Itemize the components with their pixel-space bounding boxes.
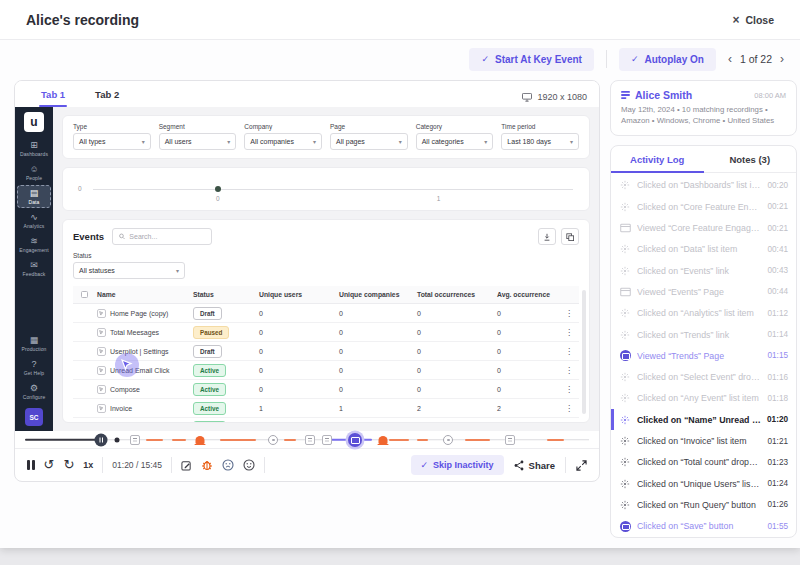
row-menu-button[interactable]: ⋮ (553, 404, 579, 413)
table-row[interactable]: Userpilot | Settings Draft 0 0 0 0 ⋮ (73, 342, 579, 361)
activity-log-item[interactable]: Clicked on “Data” list item 00:41 (611, 239, 796, 260)
status-badge: Draft (193, 307, 222, 320)
activity-log-item[interactable]: Clicked on “Core Feature Engagem... 00:2… (611, 196, 796, 217)
activity-log-item[interactable]: Clicked on “Unique Users” list item 01:2… (611, 473, 796, 494)
status-select[interactable]: All statuses ▾ (73, 262, 185, 279)
timeline-marker[interactable] (305, 435, 315, 445)
forward-button[interactable]: ↻ (63, 459, 74, 471)
row-menu-button[interactable]: ⋮ (553, 366, 579, 375)
row-menu-button[interactable]: ⋮ (553, 328, 579, 337)
sidebar-nav-item[interactable]: ≋ Engagement (17, 233, 51, 256)
sidebar-nav-item[interactable]: ✉ Feedback (17, 257, 51, 280)
sidebar-nav-item[interactable]: ⚙ Configure (17, 380, 51, 403)
timeline-marker[interactable] (348, 433, 362, 447)
activity-icon (619, 435, 631, 447)
events-search[interactable] (112, 228, 212, 245)
table-row[interactable]: Compose Active 0 0 0 0 ⋮ (73, 380, 579, 399)
activity-log-item[interactable]: Clicked on “Total count” dropdown 01:23 (611, 452, 796, 473)
row-menu-button[interactable]: ⋮ (553, 347, 579, 356)
filter-select[interactable]: All pages ▾ (330, 133, 408, 150)
timeline-marker[interactable] (322, 435, 332, 445)
tab-notes[interactable]: Notes (3) (704, 146, 797, 172)
row-menu-button[interactable]: ⋮ (553, 309, 579, 318)
close-label: Close (745, 14, 774, 26)
activity-timestamp: 01:21 (768, 437, 789, 446)
table-row[interactable]: Home Page (copy) Draft 0 0 0 0 ⋮ (73, 304, 579, 323)
activity-timestamp: 00:20 (768, 181, 789, 190)
browser-tab[interactable]: Tab 2 (93, 83, 121, 107)
next-recording-button[interactable]: › (780, 52, 784, 66)
chart-data-point[interactable] (215, 186, 221, 192)
filter-select[interactable]: All categories ▾ (416, 133, 494, 150)
activity-log-item[interactable]: Viewed “Trends” Page 01:15 (611, 345, 796, 366)
sentiment-button[interactable] (243, 459, 255, 471)
prev-recording-button[interactable]: ‹ (728, 52, 732, 66)
activity-log-item[interactable]: Clicked on “Run Query” button 01:26 (611, 494, 796, 515)
share-button[interactable]: Share (514, 460, 555, 471)
status-badge: Active (193, 364, 226, 377)
row-menu-button[interactable]: ⋮ (553, 385, 579, 394)
timeline-marker[interactable] (130, 435, 140, 445)
session-user-name[interactable]: Alice Smith (635, 89, 692, 101)
replay-player: Tab 1 Tab 2 1920 x 1080 u ⊞ Dashboards (14, 80, 600, 482)
filter-select[interactable]: All users ▾ (159, 133, 237, 150)
activity-log-item[interactable]: Clicked on “Save” button 01:55 (611, 516, 796, 537)
table-row[interactable]: Unread Email Click Active 0 0 0 0 ⋮ (73, 361, 579, 380)
replay-timeline[interactable] (15, 431, 599, 448)
sidebar-nav-item[interactable]: ☺ People (17, 161, 51, 184)
activity-log-item[interactable]: Clicked on “Analytics” list item 01:12 (611, 303, 796, 324)
activity-log-item[interactable]: Clicked on “Events” link 00:43 (611, 260, 796, 281)
browser-tab[interactable]: Tab 1 (39, 83, 67, 107)
filter-value: All pages (336, 138, 365, 145)
sidebar-nav-item[interactable]: ∿ Analytics (17, 209, 51, 232)
activity-log-item[interactable]: Clicked on “Invoice” list item 01:21 (611, 430, 796, 451)
sidebar-nav-item[interactable]: ▦ Production (17, 332, 51, 355)
activity-log-item[interactable]: Clicked on “Dashboards” list item 00:20 (611, 175, 796, 196)
table-row[interactable]: Userpilot Knowledge ... Active 0 0 0 0 ⋮ (73, 418, 579, 422)
table-scrollbar[interactable] (582, 290, 586, 414)
download-button[interactable] (538, 228, 556, 245)
activity-log-item[interactable]: Viewed “Events” Page 00:44 (611, 281, 796, 302)
add-note-button[interactable] (181, 460, 192, 471)
sidebar-nav-item[interactable]: ? Get Help (17, 356, 51, 379)
sidebar-nav-item[interactable]: ▤ Data (17, 185, 51, 208)
activity-log-item[interactable]: Clicked on “Trends” link 01:14 (611, 324, 796, 345)
filter-select[interactable]: Last 180 days ▾ (501, 133, 579, 150)
filter-select[interactable]: All companies ▾ (244, 133, 322, 150)
timeline-marker[interactable] (195, 436, 204, 444)
activity-log-item[interactable]: Clicked on “Name” Unread Email C... 01:2… (611, 409, 796, 430)
session-user-card: Alice Smith 08:00 AM May 12th, 2024 • 10… (610, 80, 797, 136)
user-avatar[interactable]: SC (25, 408, 43, 426)
activity-label: Clicked on “Name” Unread Email C... (637, 415, 761, 425)
table-row[interactable]: Total Meesages Paused 0 0 0 0 ⋮ (73, 323, 579, 342)
pause-button[interactable] (27, 460, 35, 470)
search-input[interactable] (129, 233, 205, 240)
autoplay-toggle[interactable]: ✓ Autoplay On (619, 48, 716, 71)
close-button[interactable]: × Close (732, 13, 774, 27)
skip-inactivity-toggle[interactable]: ✓ Skip Inactivity (411, 455, 504, 475)
start-at-key-event-button[interactable]: ✓ Start At Key Event (469, 48, 593, 71)
activity-log-item[interactable]: Clicked on “Any Event” list item 01:18 (611, 388, 796, 409)
fullscreen-button[interactable] (576, 460, 587, 471)
table-row[interactable]: Invoice Active 1 1 2 2 ⋮ (73, 399, 579, 418)
event-type-icon (97, 309, 106, 318)
tab-activity-log[interactable]: Activity Log (611, 146, 704, 172)
filter-select[interactable]: All types ▾ (73, 133, 151, 150)
sidebar-nav-item[interactable]: ⊞ Dashboards (17, 137, 51, 160)
copy-button[interactable] (561, 228, 579, 245)
timeline-marker[interactable] (95, 433, 108, 446)
speed-button[interactable]: 1x (83, 460, 93, 470)
activity-log-item[interactable]: Viewed “Core Feature Engagment” 00:21 (611, 217, 796, 238)
timeline-marker[interactable] (115, 437, 120, 442)
report-bug-button[interactable] (201, 459, 213, 471)
frustration-button[interactable] (222, 459, 234, 471)
timeline-marker[interactable] (443, 435, 453, 445)
status-badge: Active (193, 402, 226, 415)
rewind-button[interactable]: ↺ (44, 459, 55, 471)
timeline-marker[interactable] (379, 436, 388, 444)
activity-log-item[interactable]: Clicked on “Select Event” dropdown 01:16 (611, 366, 796, 387)
activity-label: Clicked on “Data” list item (637, 244, 762, 254)
select-all-checkbox[interactable] (81, 291, 88, 298)
timeline-marker[interactable] (505, 435, 515, 445)
timeline-marker[interactable] (268, 435, 278, 445)
